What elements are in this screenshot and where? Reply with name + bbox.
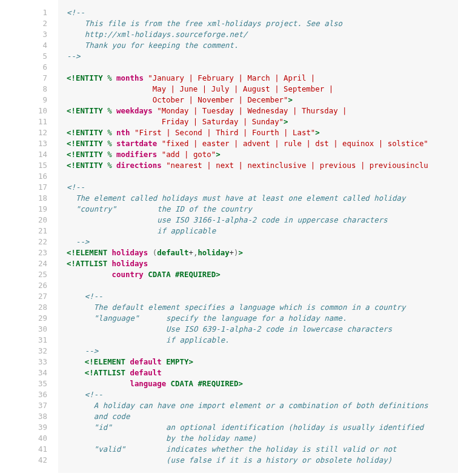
line-number: 34 (0, 367, 47, 378)
line-number: 24 (0, 258, 47, 269)
code-line: Friday | Saturday | Sunday"> (67, 116, 458, 127)
token-pd: % (107, 150, 111, 159)
code-line: --> (67, 51, 458, 62)
token-st2: CDATA (148, 270, 170, 279)
line-number: 13 (0, 138, 47, 149)
token-pl (112, 139, 116, 148)
token-cm: if applicable (67, 226, 216, 235)
token-cm: <!-- (67, 183, 85, 192)
code-line: and code (67, 411, 458, 422)
code-line: http://xml-holidays.sourceforge.net/ (67, 29, 458, 40)
token-st2: CDATA (171, 379, 193, 388)
line-number: 35 (0, 378, 47, 389)
token-cm: <!-- (67, 8, 85, 17)
token-pl (130, 128, 134, 137)
token-cm: and code (85, 412, 130, 421)
line-number: 37 (0, 400, 47, 411)
token-nm: default (130, 357, 161, 366)
token-pl (112, 106, 116, 115)
line-number: 3 (0, 29, 47, 40)
line-number: 7 (0, 73, 47, 84)
line-number: 21 (0, 226, 47, 236)
token-pl (85, 379, 130, 388)
token-nm: modifiers (116, 150, 157, 159)
line-number: 26 (0, 280, 47, 291)
line-number: 12 (0, 127, 47, 138)
token-pl (166, 379, 170, 388)
token-kw: <!ATTLIST (67, 259, 112, 268)
code-line: <!-- (67, 7, 458, 18)
line-number: 28 (0, 302, 47, 313)
line-number: 42 (0, 455, 47, 466)
line-number: 10 (0, 106, 47, 116)
code-line: Thank you for keeping the comment. (67, 40, 458, 51)
line-number: 6 (0, 62, 47, 73)
token-pl (67, 270, 112, 279)
code-line: May | June | July | August | September | (67, 84, 458, 95)
token-pl (112, 128, 116, 137)
code-line: "valid" indicates whether the holiday is… (67, 444, 458, 455)
token-kw: > (288, 95, 293, 104)
line-number: 27 (0, 291, 47, 302)
token-pl (112, 161, 116, 170)
token-cm: "valid" indicates whether the holiday is… (85, 444, 397, 454)
line-number: 29 (0, 313, 47, 324)
line-number-gutter: 1234567891011121314151617181920212223242… (0, 0, 58, 473)
token-nm: holidays (112, 259, 148, 268)
token-cm: This file is from the free xml-holidays … (67, 19, 342, 28)
token-pl (148, 248, 152, 257)
line-number: 22 (0, 236, 47, 247)
code-line: "id" an optional identification (holiday… (67, 422, 458, 433)
token-nm: startdate (116, 139, 157, 148)
token-pg: ) (234, 248, 238, 257)
code-line: by the holiday name) (67, 433, 458, 444)
token-cm: <!-- (85, 292, 103, 301)
token-kw: > (284, 117, 288, 126)
code-line (67, 171, 458, 182)
line-number: 41 (0, 444, 47, 455)
code-line: (use false if it is a history or obsolet… (67, 455, 458, 466)
token-pl: + (230, 248, 234, 257)
line-number: 32 (0, 346, 47, 357)
token-kw: > (239, 248, 243, 257)
token-cm: by the holiday name) (85, 434, 256, 443)
token-pd: % (107, 106, 111, 115)
token-nm: country (112, 270, 144, 279)
line-number: 15 (0, 160, 47, 171)
token-kw: > (216, 270, 220, 279)
token-nm: directions (116, 161, 162, 170)
token-cm: The element called holidays must have at… (67, 193, 406, 203)
token-pl (112, 150, 116, 159)
code-line: --> (67, 346, 458, 357)
token-st: "fixed | easter | advent | rule | dst | … (162, 139, 428, 148)
line-number: 14 (0, 149, 47, 160)
token-st2: default (157, 248, 188, 257)
line-number: 31 (0, 335, 47, 346)
token-nm: months (116, 73, 144, 82)
line-number: 36 (0, 389, 47, 400)
code-line: A holiday can have one import element or… (67, 400, 458, 411)
line-number: 8 (0, 84, 47, 95)
code-line: "country" the ID of the country (67, 204, 458, 215)
code-line: if applicable. (67, 335, 458, 346)
token-kw: <!ENTITY (67, 106, 107, 115)
token-cm: use ISO 3166-1-alpha-2 code in uppercase… (67, 215, 388, 224)
token-kw: > (188, 357, 193, 366)
token-st2: holiday (197, 248, 229, 257)
token-st: "First | Second | Third | Fourth | Last" (134, 128, 315, 137)
token-st: "Monday | Tuesday | Wednesday | Thursday… (157, 106, 347, 115)
token-pd: % (107, 73, 111, 82)
line-number: 40 (0, 433, 47, 444)
token-pd: % (107, 139, 111, 148)
token-cm: http://xml-holidays.sourceforge.net/ (67, 30, 247, 39)
code-line: use ISO 3166-1-alpha-2 code in uppercase… (67, 215, 458, 226)
code-line: <!ELEMENT holidays (default+,holiday+)> (67, 247, 458, 258)
code-line: <!ELEMENT default EMPTY> (67, 357, 458, 367)
code-line: October | November | December"> (67, 95, 458, 106)
code-line: <!ENTITY % weekdays "Monday | Tuesday | … (67, 106, 458, 116)
token-kw: <!ENTITY (67, 150, 107, 159)
line-number: 4 (0, 40, 47, 51)
token-kw: <!ELEMENT (85, 357, 130, 366)
token-pd: % (107, 161, 111, 170)
token-cm: <!-- (85, 390, 103, 399)
